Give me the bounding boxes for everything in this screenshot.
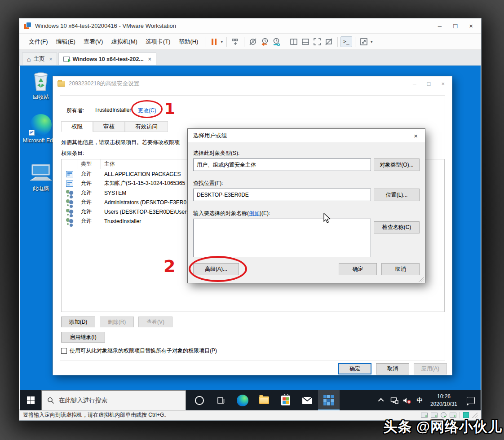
column-type[interactable]: 类型: [78, 159, 100, 169]
adv-dialog-titlebar: 2093230218的高级安全设置 – □ ×: [53, 76, 452, 91]
fullscreen-icon[interactable]: [311, 36, 323, 47]
unity-mode-icon[interactable]: [323, 36, 335, 47]
taskbar-mail-button[interactable]: [296, 390, 318, 410]
toolbar-separator: [285, 37, 285, 47]
maximize-button[interactable]: □: [453, 22, 457, 29]
sel-dialog-title: 选择用户或组: [193, 132, 227, 140]
take-snapshot-icon[interactable]: [247, 36, 259, 47]
power-caret-icon[interactable]: ▾: [221, 40, 223, 44]
taskbar-edge-button[interactable]: [232, 390, 253, 410]
mouse-cursor: [323, 213, 331, 225]
object-type-label: 选择此对象类型(S):: [193, 150, 239, 157]
tab-close-icon[interactable]: ×: [148, 56, 151, 62]
power-pause-button[interactable]: [208, 36, 220, 47]
replace-permissions-checkbox[interactable]: [61, 348, 67, 354]
sel-close-button[interactable]: ×: [412, 132, 420, 140]
show-sidebar-icon[interactable]: [288, 36, 300, 47]
show-console-pane-icon[interactable]: [300, 36, 311, 47]
toolbar-separator: [205, 37, 205, 47]
tab-home[interactable]: ⌂ 主页 ×: [22, 53, 57, 65]
sel-dialog-titlebar: 选择用户或组 ×: [188, 129, 425, 142]
close-button[interactable]: ×: [469, 22, 473, 29]
enable-inheritance-button[interactable]: 启用继承(I): [61, 332, 105, 343]
fit-caret-icon[interactable]: ▾: [371, 40, 373, 44]
edge-icon: [237, 395, 248, 406]
device-network-icon[interactable]: [450, 413, 456, 418]
check-names-button[interactable]: 检查名称(C): [374, 221, 420, 233]
minimize-button[interactable]: –: [438, 22, 442, 29]
tab-close-icon[interactable]: ×: [49, 56, 52, 62]
toolbar-separator: [244, 37, 244, 47]
adv-maximize-button[interactable]: □: [427, 80, 431, 87]
remove-button[interactable]: 删除(R): [100, 317, 134, 327]
info-text: 如需其他信息，请双击权限项目。若要修改权限项: [61, 139, 180, 146]
adv-apply-button[interactable]: 应用(A): [414, 363, 447, 374]
annotation-circle-1: [131, 100, 163, 118]
home-icon: ⌂: [27, 56, 31, 63]
ime-indicator[interactable]: 中: [414, 390, 425, 410]
tab-effective-access[interactable]: 有效访问: [125, 121, 168, 132]
vmware-titlebar: Windows 10 x64-test-20200416 - VMware Wo…: [19, 18, 481, 34]
adv-close-button[interactable]: ×: [441, 80, 445, 87]
open-console-icon[interactable]: >_: [340, 36, 352, 47]
object-type-field[interactable]: 用户、组或内置安全主体: [193, 158, 371, 171]
menu-view[interactable]: 查看(V): [80, 35, 107, 48]
tray-clock[interactable]: 10:26 2020/10/31: [427, 393, 461, 407]
toolbar-separator: [226, 37, 227, 47]
window-title: Windows 10 x64-test-20200416 - VMware Wo…: [35, 22, 176, 29]
adv-minimize-button[interactable]: –: [413, 80, 416, 87]
tray-network-button[interactable]: [389, 390, 400, 410]
owner-value: TrustedInstaller: [94, 107, 131, 113]
tray-chevron-button[interactable]: [376, 390, 387, 410]
revert-snapshot-icon[interactable]: [259, 36, 270, 47]
menu-help[interactable]: 帮助(H): [174, 35, 202, 48]
send-ctrl-alt-del-icon[interactable]: [230, 36, 241, 47]
mail-icon: [302, 396, 313, 405]
taskbar-explorer-button[interactable]: [253, 390, 275, 410]
entries-label: 权限条目:: [61, 150, 84, 157]
menu-vm[interactable]: 虚拟机(M): [107, 35, 141, 48]
search-placeholder: 在此键入进行搜索: [59, 396, 107, 405]
cortana-button[interactable]: [189, 390, 210, 410]
tab-vm[interactable]: Windows 10 x64-test-202... ×: [58, 53, 156, 65]
tab-permissions[interactable]: 权限: [61, 121, 93, 132]
location-field[interactable]: DESKTOP-E3ER0DE: [193, 189, 371, 201]
fit-guest-icon[interactable]: [358, 36, 370, 47]
locations-button[interactable]: 位置(L)...: [374, 189, 420, 201]
annotation-number-1: 1: [164, 100, 175, 118]
speaker-muted-icon: [402, 397, 411, 404]
vmware-menubar: 文件(F) 编辑(E) 查看(V) 虚拟机(M) 选项卡(T) 帮助(H) ▾: [19, 34, 481, 50]
object-types-button[interactable]: 对象类型(O)...: [374, 158, 420, 171]
adv-cancel-button[interactable]: 取消: [376, 363, 409, 374]
object-names-label: 输入要选择的对象名称(例如)(E):: [193, 210, 270, 217]
search-icon: [47, 397, 54, 404]
annotation-circle-2: [189, 256, 247, 282]
task-view-button[interactable]: [210, 390, 232, 410]
menu-edit[interactable]: 编辑(E): [52, 35, 80, 48]
tab-auditing[interactable]: 审核: [93, 121, 125, 132]
start-button[interactable]: [20, 390, 41, 410]
vm-screen-icon: [63, 57, 70, 62]
taskbar-search-box[interactable]: 在此键入进行搜索: [41, 390, 186, 410]
tray-volume-button[interactable]: [402, 390, 412, 410]
adv-ok-button[interactable]: 确定: [338, 363, 371, 374]
menu-tabs[interactable]: 选项卡(T): [141, 35, 175, 48]
network-icon: [390, 397, 398, 404]
menu-file[interactable]: 文件(F): [25, 35, 52, 48]
device-hdd-icon[interactable]: [421, 413, 428, 418]
snapshot-manager-icon[interactable]: [270, 36, 282, 47]
action-center-button[interactable]: [463, 390, 479, 410]
window-resize-grip[interactable]: [472, 413, 477, 418]
sel-ok-button[interactable]: 确定: [339, 263, 377, 275]
sel-cancel-button[interactable]: 取消: [381, 263, 420, 275]
taskbar-store-button[interactable]: [275, 390, 296, 410]
resize-grip[interactable]: [419, 277, 424, 282]
task-view-icon: [217, 396, 225, 405]
add-button[interactable]: 添加(D): [61, 317, 95, 327]
vmware-window: Windows 10 x64-test-20200416 - VMware Wo…: [19, 18, 482, 421]
view-button[interactable]: 查看(V): [138, 317, 172, 327]
taskbar-active-app-button[interactable]: [318, 390, 340, 410]
object-names-input[interactable]: [193, 219, 371, 257]
device-cdrom-icon[interactable]: [431, 413, 438, 418]
examples-link[interactable]: 例如: [249, 210, 260, 216]
